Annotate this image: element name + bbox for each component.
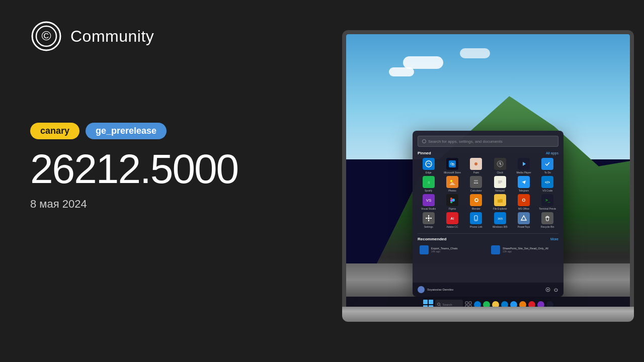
rec-file-icon-2 [491, 245, 500, 254]
list-item[interactable]: Export_Teams_Chats 14h ago [418, 244, 487, 256]
start-menu-footer: Svyatoslav Demilov [413, 283, 564, 297]
user-profile[interactable]: Svyatoslav Demilov [418, 286, 453, 293]
footer-power-icon[interactable] [553, 287, 558, 292]
visual-studio-icon: VS [423, 194, 435, 206]
edge-label: Edge [426, 171, 432, 174]
recommended-section: Recommended More Export_Teams_Chats 14h … [418, 233, 558, 256]
cloud-2 [389, 67, 414, 76]
svg-point-17 [450, 180, 452, 182]
paint-icon [470, 158, 482, 170]
rec-info-2: SharePoint_Site_Set_Read_Only_All 13h ag… [503, 247, 548, 253]
figma-label: Figma [449, 207, 456, 210]
adobe-label: Adobe CC [446, 225, 458, 228]
svg-text:>_: >_ [545, 198, 550, 203]
list-item[interactable]: 365 Windows 365 [489, 212, 511, 228]
terminal-label: Terminal Preview [539, 207, 556, 210]
list-item[interactable]: Phone Link [465, 212, 487, 228]
calculator-icon [470, 176, 482, 188]
svg-text:♫: ♫ [427, 180, 430, 184]
release-date: 8 мая 2024 [30, 198, 302, 211]
laptop-container: Search for apps, settings, and documents… [332, 30, 644, 332]
svg-text:O: O [522, 198, 525, 203]
svg-text:</>: </> [545, 180, 550, 184]
svg-text:365: 365 [498, 217, 503, 220]
list-item[interactable]: Recycle Bin [537, 212, 558, 228]
ms-store-label: Microsoft Store [444, 171, 461, 174]
recommended-label: Recommended [418, 237, 446, 241]
list-item[interactable]: Edge [418, 158, 439, 174]
brand-title: Community [70, 27, 154, 46]
pinned-header: Pinned All apps [418, 151, 558, 155]
terminal-icon: >_ [541, 194, 553, 206]
list-item[interactable]: ♫ Spotify [418, 176, 439, 192]
list-item[interactable]: File Explorer [489, 194, 511, 210]
all-apps-link[interactable]: All apps [546, 151, 558, 155]
username-label: Svyatoslav Demilov [427, 288, 453, 291]
clock-icon [494, 158, 506, 170]
windows-365-icon: 365 [494, 212, 506, 224]
svg-rect-35 [450, 198, 452, 200]
list-item[interactable]: To Do [537, 158, 558, 174]
paint-label: Paint [473, 171, 479, 174]
screen-content: Search for apps, settings, and documents… [346, 34, 630, 313]
laptop-base [342, 307, 634, 322]
powertoys-icon [518, 212, 530, 224]
rec-info-1: Export_Teams_Chats 14h ago [431, 247, 458, 253]
list-item[interactable]: Clock [489, 158, 511, 174]
list-item[interactable]: Blender [465, 194, 487, 210]
notepad-icon [494, 176, 506, 188]
vs-label: Visual Studio [421, 207, 436, 210]
svg-point-7 [474, 162, 477, 165]
telegram-icon [518, 176, 530, 188]
svg-rect-51 [426, 218, 427, 219]
svg-point-67 [437, 303, 440, 306]
file-explorer-icon [494, 194, 506, 206]
adobe-icon: Ai [446, 212, 458, 224]
todo-icon [541, 158, 553, 170]
list-item[interactable]: Ai Adobe CC [441, 212, 463, 228]
rec-time-2: 13h ago [503, 250, 548, 253]
list-item[interactable]: O MS Office [513, 194, 534, 210]
user-avatar [418, 286, 425, 293]
list-item[interactable]: 🛍 Microsoft Store [441, 158, 463, 174]
list-item[interactable]: Notepad [489, 176, 511, 192]
phone-link-label: Phone Link [470, 225, 482, 228]
footer-settings-icon[interactable] [545, 287, 550, 292]
media-player-label: Media Player [516, 171, 531, 174]
svg-rect-36 [450, 200, 452, 202]
cloud-3 [460, 48, 490, 58]
list-item[interactable]: Media Player [513, 158, 534, 174]
search-placeholder: Search for apps, settings, and documents [428, 139, 503, 144]
ms-office-icon: O [518, 194, 530, 206]
telegram-label: Telegram [519, 189, 529, 192]
laptop-screen: Search for apps, settings, and documents… [342, 30, 634, 317]
recycle-bin-label: Recycle Bin [541, 225, 554, 228]
list-item[interactable]: Figma [441, 194, 463, 210]
list-item[interactable]: SharePoint_Site_Set_Read_Only_All 13h ag… [489, 244, 558, 256]
spotify-label: Spotify [425, 189, 432, 192]
notepad-label: Notepad [495, 189, 505, 192]
svg-rect-38 [472, 197, 479, 204]
vscode-icon: </> [541, 176, 553, 188]
list-item[interactable]: Photos [441, 176, 463, 192]
settings-label: Settings [424, 225, 433, 228]
list-item[interactable]: </> VS Code [537, 176, 558, 192]
more-link[interactable]: More [550, 237, 558, 241]
start-menu-search[interactable]: Search for apps, settings, and documents [418, 136, 558, 147]
figma-icon [446, 194, 458, 206]
list-item[interactable]: >_ Terminal Preview [537, 194, 558, 210]
ms-office-label: MS Office [518, 207, 529, 210]
list-item[interactable]: Settings [418, 212, 439, 228]
list-item[interactable]: Paint [465, 158, 487, 174]
windows-365-label: Windows 365 [493, 225, 508, 228]
svg-rect-13 [544, 160, 551, 167]
svg-point-22 [475, 183, 476, 184]
canary-badge: canary [30, 123, 79, 139]
list-item[interactable]: PowerToys [513, 212, 534, 228]
svg-point-66 [547, 289, 549, 291]
list-item[interactable]: Calculator [465, 176, 487, 192]
powertoys-label: PowerToys [518, 225, 530, 228]
list-item[interactable]: VS Visual Studio [418, 194, 439, 210]
svg-point-3 [426, 161, 432, 167]
list-item[interactable]: Telegram [513, 176, 534, 192]
